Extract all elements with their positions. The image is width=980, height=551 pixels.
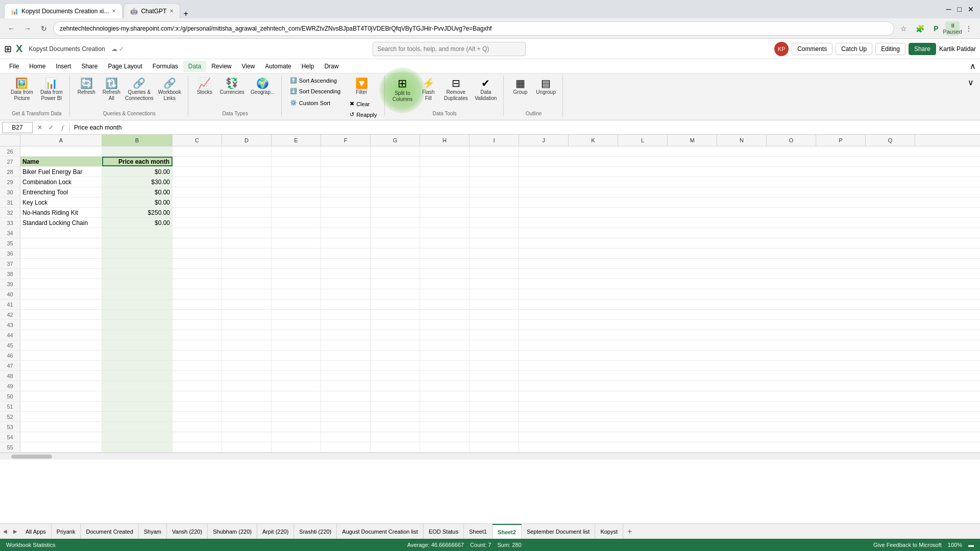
add-sheet-button[interactable]: + — [623, 525, 636, 538]
cell-i49[interactable] — [470, 381, 519, 391]
browser-tab-1[interactable]: 📊 Kopyst Documents Creation xi... ✕ — [4, 3, 122, 18]
cell-c32[interactable] — [173, 208, 222, 217]
cell-i53[interactable] — [470, 422, 519, 432]
feedback-link[interactable]: Give Feedback to Microsoft — [873, 542, 942, 548]
cell-h30[interactable] — [420, 187, 470, 197]
sort-descending-button[interactable]: ⬇️ Sort Descending — [287, 86, 343, 96]
cell-i45[interactable] — [470, 340, 519, 350]
col-header-i[interactable]: I — [470, 135, 519, 146]
cell-g54[interactable] — [371, 432, 420, 442]
sheet-tab-priyank[interactable]: Priyank — [52, 524, 81, 539]
cell-e29[interactable] — [272, 177, 321, 187]
cell-b41[interactable] — [102, 299, 173, 309]
user-avatar[interactable]: KP — [774, 42, 789, 56]
cell-g34[interactable] — [371, 228, 420, 238]
cell-d32[interactable] — [222, 208, 272, 217]
cell-f52[interactable] — [321, 412, 371, 421]
cell-e30[interactable] — [272, 187, 321, 197]
cell-i39[interactable] — [470, 279, 519, 289]
menu-btn[interactable]: ⋮ — [962, 21, 976, 36]
col-header-o[interactable]: O — [767, 135, 816, 146]
window-close[interactable]: ✕ — [966, 3, 976, 15]
cell-e48[interactable] — [272, 371, 321, 381]
cell-b27[interactable]: Price each month — [102, 157, 173, 166]
cell-e38[interactable] — [272, 269, 321, 279]
cell-g46[interactable] — [371, 350, 420, 360]
cell-f53[interactable] — [321, 422, 371, 432]
col-header-e[interactable]: E — [272, 135, 321, 146]
cell-g48[interactable] — [371, 371, 420, 381]
cell-i26[interactable] — [470, 146, 519, 156]
cell-reference[interactable] — [2, 122, 33, 133]
filter-button[interactable]: 🔽 Filter — [347, 76, 376, 98]
cell-f46[interactable] — [321, 350, 371, 360]
sheet-nav-right[interactable]: ▶ — [10, 524, 20, 539]
cell-d49[interactable] — [222, 381, 272, 391]
cell-f30[interactable] — [321, 187, 371, 197]
extension-btn[interactable]: 🧩 — [913, 21, 927, 36]
back-button[interactable]: ← — [4, 21, 18, 36]
cell-a35[interactable] — [20, 238, 102, 248]
window-maximize[interactable]: □ — [955, 3, 964, 15]
cell-e27[interactable] — [272, 157, 321, 166]
cell-i55[interactable] — [470, 442, 519, 452]
cell-f48[interactable] — [321, 371, 371, 381]
cell-d38[interactable] — [222, 269, 272, 279]
cell-e40[interactable] — [272, 289, 321, 299]
cell-e51[interactable] — [272, 402, 321, 411]
ribbon-expand[interactable]: ∨ — [966, 76, 976, 89]
cell-i54[interactable] — [470, 432, 519, 442]
menu-home[interactable]: Home — [24, 61, 51, 72]
cell-e33[interactable] — [272, 218, 321, 228]
cell-c54[interactable] — [173, 432, 222, 442]
title-search[interactable] — [373, 42, 526, 56]
cell-g28[interactable] — [371, 167, 420, 177]
sheet-tab-eod[interactable]: EOD Status — [424, 524, 464, 539]
cell-b33[interactable]: $0.00 — [102, 218, 173, 228]
cell-i35[interactable] — [470, 238, 519, 248]
cell-g49[interactable] — [371, 381, 420, 391]
cell-e52[interactable] — [272, 412, 321, 421]
cell-h42[interactable] — [420, 310, 470, 319]
cell-h32[interactable] — [420, 208, 470, 217]
cell-h31[interactable] — [420, 197, 470, 207]
cell-f40[interactable] — [321, 289, 371, 299]
col-header-g[interactable]: G — [371, 135, 420, 146]
cell-h43[interactable] — [420, 320, 470, 330]
cell-h29[interactable] — [420, 177, 470, 187]
col-header-j[interactable]: J — [519, 135, 569, 146]
cell-i31[interactable] — [470, 197, 519, 207]
sheet-tab-sheet1[interactable]: Sheet1 — [464, 524, 493, 539]
cell-f35[interactable] — [321, 238, 371, 248]
scroll-thumb[interactable] — [11, 455, 52, 459]
cell-b26[interactable] — [102, 146, 173, 156]
data-from-picture-button[interactable]: 🖼️ Data fromPicture — [8, 76, 36, 104]
cell-d29[interactable] — [222, 177, 272, 187]
cell-f47[interactable] — [321, 361, 371, 370]
cell-i41[interactable] — [470, 299, 519, 309]
cell-e41[interactable] — [272, 299, 321, 309]
cell-b42[interactable] — [102, 310, 173, 319]
cell-i38[interactable] — [470, 269, 519, 279]
cell-g38[interactable] — [371, 269, 420, 279]
menu-insert[interactable]: Insert — [51, 61, 76, 72]
cell-h49[interactable] — [420, 381, 470, 391]
cell-c37[interactable] — [173, 259, 222, 268]
editing-button[interactable]: Editing — [875, 43, 905, 55]
col-header-p[interactable]: P — [816, 135, 866, 146]
cell-d52[interactable] — [222, 412, 272, 421]
cell-e32[interactable] — [272, 208, 321, 217]
cell-a39[interactable] — [20, 279, 102, 289]
cell-i44[interactable] — [470, 330, 519, 340]
cell-g30[interactable] — [371, 187, 420, 197]
cell-c42[interactable] — [173, 310, 222, 319]
cell-e53[interactable] — [272, 422, 321, 432]
cell-i34[interactable] — [470, 228, 519, 238]
cell-g32[interactable] — [371, 208, 420, 217]
cell-c48[interactable] — [173, 371, 222, 381]
profile-btn[interactable]: P — [929, 21, 943, 36]
cell-b36[interactable] — [102, 248, 173, 258]
cell-a47[interactable] — [20, 361, 102, 370]
cancel-formula-icon[interactable]: ✕ — [35, 122, 45, 133]
share-button[interactable]: Share — [909, 43, 936, 55]
